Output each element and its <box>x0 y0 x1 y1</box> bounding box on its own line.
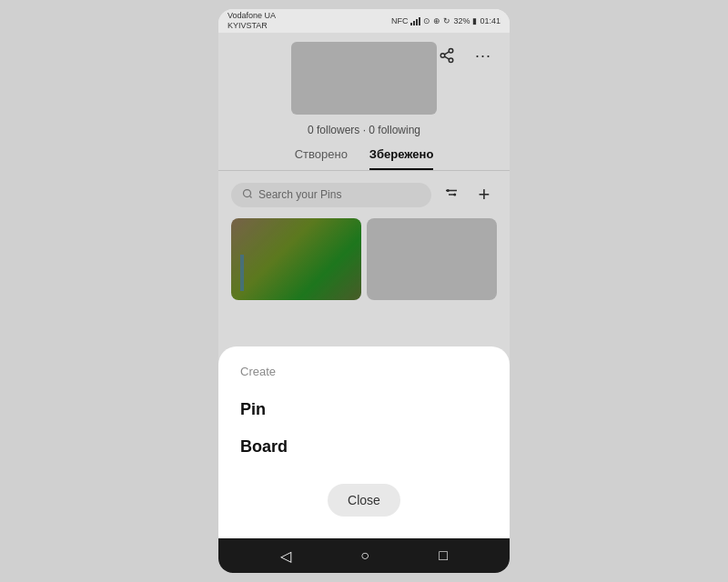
wifi-icon: ⊙ <box>423 16 430 25</box>
location-icon: ⊕ <box>433 16 440 25</box>
recent-apps-button[interactable]: □ <box>439 547 448 564</box>
home-button[interactable]: ○ <box>360 547 369 564</box>
battery-percent: 32% <box>453 16 470 25</box>
create-board-item[interactable]: Board <box>240 428 488 466</box>
carrier2-label: KYIVSTAR <box>228 21 276 31</box>
back-button[interactable]: ◁ <box>280 547 291 565</box>
bottom-sheet: Create Pin Board Close <box>218 346 510 538</box>
create-pin-item[interactable]: Pin <box>240 391 488 428</box>
sheet-title: Create <box>240 365 488 378</box>
battery-icon: ▮ <box>472 16 477 25</box>
bottom-nav: ◁ ○ □ <box>218 538 510 573</box>
nfc-icon: NFC <box>391 16 409 25</box>
signal-icon <box>410 16 420 25</box>
time-label: 01:41 <box>480 16 500 25</box>
carrier1-label: Vodafone UA <box>228 11 276 21</box>
close-button[interactable]: Close <box>328 484 400 517</box>
sync-icon: ↻ <box>443 16 450 25</box>
status-bar: Vodafone UA KYIVSTAR NFC ⊙ ⊕ ↻ 32% ▮ 01:… <box>218 9 510 33</box>
app-content: ··· 0 followers · 0 following Створено З… <box>218 33 510 538</box>
status-icons: NFC ⊙ ⊕ ↻ 32% ▮ 01:41 <box>391 16 500 25</box>
carrier-info: Vodafone UA KYIVSTAR <box>228 11 276 31</box>
